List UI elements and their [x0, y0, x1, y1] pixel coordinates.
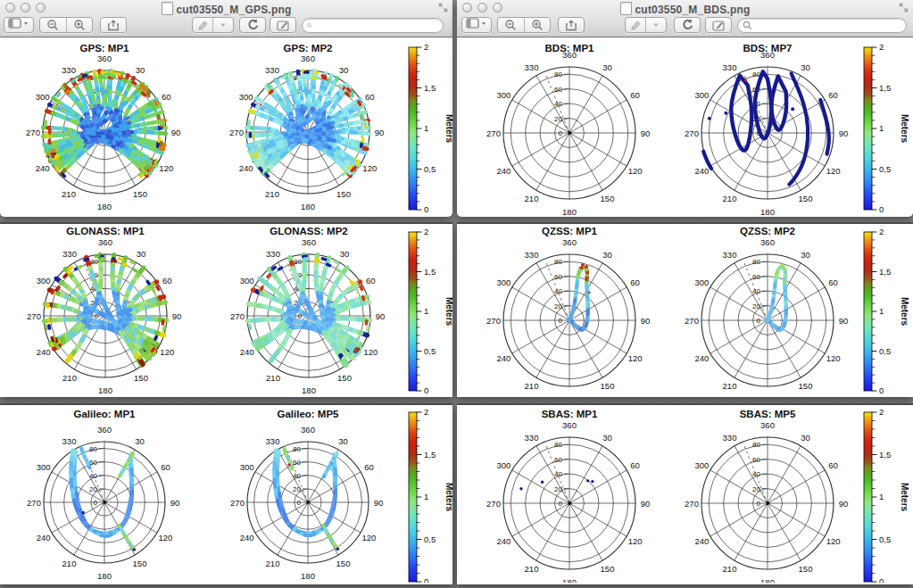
fullscreen-icon[interactable]	[899, 3, 909, 12]
zoom-out-button[interactable]	[40, 18, 66, 32]
svg-text:40: 40	[554, 100, 562, 108]
svg-text:0: 0	[757, 500, 761, 508]
zoom-out-button[interactable]	[498, 18, 524, 32]
svg-text:210: 210	[62, 373, 77, 383]
svg-text:330: 330	[525, 62, 539, 72]
svg-text:90: 90	[839, 499, 849, 509]
svg-text:120: 120	[628, 536, 643, 546]
svg-text:60: 60	[630, 460, 640, 470]
svg-text:240: 240	[496, 166, 510, 176]
svg-text:1: 1	[879, 123, 884, 133]
svg-text:0: 0	[297, 499, 302, 507]
zoom-in-button[interactable]	[66, 18, 93, 32]
svg-text:30: 30	[340, 249, 350, 259]
gps-toolbar	[0, 15, 452, 37]
svg-text:120: 120	[628, 166, 643, 176]
svg-text:20: 20	[752, 485, 760, 493]
svg-text:210: 210	[723, 194, 737, 203]
svg-text:0: 0	[559, 500, 563, 508]
svg-text:360: 360	[97, 54, 112, 63]
svg-text:0: 0	[94, 499, 98, 507]
svg-text:40: 40	[752, 287, 760, 295]
svg-text:360: 360	[98, 237, 112, 247]
svg-text:120: 120	[159, 163, 173, 173]
svg-text:1: 1	[424, 492, 428, 501]
svg-text:60: 60	[828, 277, 838, 287]
zoom-in-button[interactable]	[524, 18, 551, 32]
markup-button[interactable]	[705, 17, 732, 33]
svg-text:180: 180	[97, 202, 112, 211]
highlight-pen-icon	[193, 18, 212, 32]
highlight-button[interactable]	[192, 17, 234, 33]
svg-text:GPS: MP2: GPS: MP2	[284, 43, 333, 54]
svg-text:Meters: Meters	[900, 297, 909, 327]
rotate-left-button[interactable]	[239, 17, 266, 33]
svg-text:180: 180	[562, 207, 577, 217]
highlight-button[interactable]	[625, 17, 667, 33]
svg-text:330: 330	[265, 65, 279, 75]
svg-text:270: 270	[27, 311, 41, 321]
svg-text:120: 120	[361, 533, 376, 542]
svg-text:150: 150	[601, 381, 615, 391]
svg-text:30: 30	[137, 249, 146, 259]
svg-text:270: 270	[229, 128, 244, 137]
svg-text:300: 300	[694, 277, 709, 287]
svg-text:300: 300	[694, 460, 709, 470]
svg-text:0,5: 0,5	[879, 534, 891, 544]
svg-text:90: 90	[375, 128, 385, 137]
svg-text:240: 240	[37, 533, 51, 542]
highlight-caret-icon	[645, 18, 666, 32]
svg-text:0: 0	[879, 385, 884, 395]
search-input[interactable]	[752, 19, 906, 32]
rotate-left-icon	[682, 19, 693, 31]
gps-window-chrome: cut03550_M_GPS.png	[0, 0, 452, 37]
svg-text:120: 120	[158, 533, 172, 542]
svg-text:1: 1	[879, 492, 884, 501]
share-button[interactable]	[100, 17, 127, 33]
markup-button[interactable]	[270, 17, 296, 33]
svg-text:270: 270	[230, 498, 245, 508]
svg-text:30: 30	[136, 65, 145, 75]
svg-text:270: 270	[230, 311, 245, 321]
preview-window-gps: cut03550_M_GPS.png	[0, 0, 452, 588]
svg-text:300: 300	[240, 462, 254, 472]
svg-text:BDS: MP1: BDS: MP1	[545, 43, 595, 54]
svg-text:90: 90	[170, 498, 180, 508]
svg-text:270: 270	[486, 316, 501, 326]
svg-text:150: 150	[799, 381, 813, 391]
svg-text:240: 240	[37, 347, 51, 357]
svg-text:80: 80	[752, 441, 760, 449]
window-title: cut03550_M_BDS.png	[457, 2, 913, 16]
rotate-left-button[interactable]	[674, 17, 701, 33]
svg-text:60: 60	[752, 273, 760, 281]
search-field[interactable]	[302, 18, 444, 33]
share-button[interactable]	[558, 17, 585, 33]
svg-text:1,5: 1,5	[424, 83, 436, 93]
svg-text:330: 330	[723, 62, 737, 72]
svg-text:300: 300	[37, 462, 51, 472]
svg-text:330: 330	[62, 65, 76, 75]
svg-text:330: 330	[525, 250, 539, 260]
search-input[interactable]	[312, 19, 443, 32]
search-field[interactable]	[737, 18, 907, 33]
svg-text:330: 330	[723, 433, 737, 443]
document-icon	[162, 2, 173, 15]
svg-text:0: 0	[424, 204, 428, 214]
svg-text:90: 90	[171, 128, 181, 137]
svg-text:Meters: Meters	[900, 483, 909, 512]
svg-text:30: 30	[801, 250, 810, 260]
svg-text:0,5: 0,5	[424, 164, 436, 174]
sidebar-button[interactable]	[4, 17, 34, 33]
fullscreen-icon[interactable]	[438, 3, 448, 12]
svg-text:360: 360	[301, 54, 315, 63]
svg-text:SBAS: MP1: SBAS: MP1	[542, 409, 598, 419]
svg-text:60: 60	[554, 86, 562, 94]
svg-text:0,5: 0,5	[424, 346, 436, 356]
svg-text:Meters: Meters	[444, 483, 452, 512]
svg-text:210: 210	[266, 559, 280, 568]
svg-text:330: 330	[62, 249, 77, 259]
svg-text:GLONASS: MP2: GLONASS: MP2	[270, 226, 348, 236]
svg-text:30: 30	[801, 433, 810, 443]
sidebar-button[interactable]	[461, 17, 492, 33]
svg-text:150: 150	[601, 194, 615, 203]
